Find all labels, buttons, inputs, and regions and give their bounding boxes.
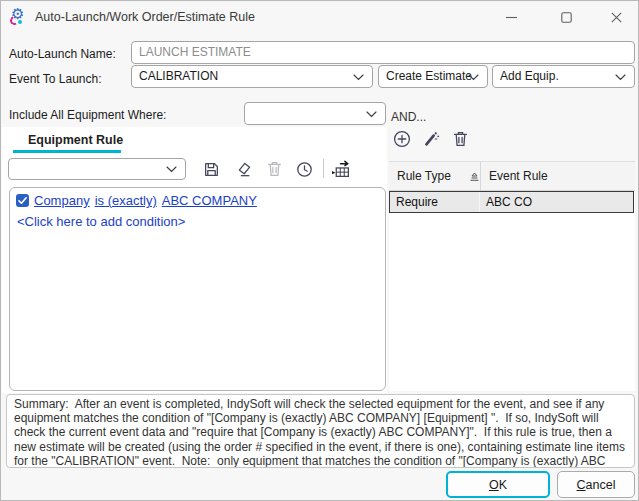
chevron-down-icon: [166, 166, 177, 173]
include-where-label: Include All Equipment Where:: [9, 108, 166, 122]
delete-event-rule-button[interactable]: [449, 128, 471, 150]
clear-rule-button[interactable]: [232, 158, 254, 180]
window-title: Auto-Launch/Work Order/Estimate Rule: [35, 10, 255, 24]
save-rule-button[interactable]: [200, 158, 222, 180]
maximize-button[interactable]: [548, 3, 584, 31]
titlebar: ⚙ Auto-Launch/Work Order/Estimate Rule: [1, 1, 638, 33]
column-header-rule-type[interactable]: Rule Type: [389, 162, 481, 190]
delete-icon: [453, 131, 468, 147]
send-to-grid-icon: [331, 160, 351, 178]
event-rules-grid: Rule Type Event Rule Require ABC CO: [389, 161, 635, 391]
event-to-launch-label: Event To Launch:: [9, 72, 102, 86]
app-gear-icon: ⚙: [10, 7, 28, 25]
ok-button[interactable]: OK: [446, 471, 550, 498]
minimize-icon: [506, 12, 517, 23]
edit-wand-icon: [422, 130, 440, 148]
chevron-down-icon: [366, 111, 377, 118]
close-button[interactable]: [598, 3, 634, 31]
maximize-icon: [561, 12, 572, 23]
checkbox-checked-icon: [17, 195, 28, 206]
add-event-rule-button[interactable]: [391, 128, 413, 150]
chevron-down-icon: [468, 74, 479, 81]
condition-field-link[interactable]: Company: [34, 193, 90, 208]
delete-icon: [267, 161, 282, 177]
rule-history-button[interactable]: [293, 158, 315, 180]
auto-launch-name-input[interactable]: LAUNCH ESTIMATE: [131, 41, 635, 64]
condition-value-link[interactable]: ABC COMPANY: [162, 193, 257, 208]
include-where-select[interactable]: [244, 102, 386, 125]
delete-rule-button[interactable]: [263, 158, 285, 180]
toolbar-separator: [323, 159, 324, 178]
chevron-down-icon: [353, 74, 364, 81]
equipment-action-select[interactable]: Add Equip.: [492, 65, 635, 88]
cancel-button[interactable]: Cancel: [557, 471, 635, 498]
add-condition-link[interactable]: <Click here to add condition>: [17, 214, 379, 229]
summary-text: Summary: After an event is completed, In…: [6, 394, 635, 468]
close-icon: [611, 12, 622, 23]
and-label: AND...: [391, 110, 426, 124]
save-icon: [203, 161, 220, 178]
rule-toolbar: [1, 156, 387, 182]
event-rule-row[interactable]: Require ABC CO: [389, 191, 634, 213]
history-clock-icon: [296, 161, 313, 178]
chevron-down-icon: [615, 74, 626, 81]
add-circle-icon: [393, 130, 411, 148]
condition-operator-link[interactable]: is (exactly): [95, 193, 157, 208]
rule-type-cell: Require: [390, 192, 480, 212]
event-rule-cell: ABC CO: [480, 192, 633, 212]
send-to-grid-button[interactable]: [330, 158, 352, 180]
launch-action-select[interactable]: Create Estimate: [378, 65, 488, 88]
tab-active-underline: [13, 150, 121, 153]
condition-row: Company is (exactly) ABC COMPANY: [16, 193, 379, 208]
edit-event-rule-button[interactable]: [420, 128, 442, 150]
sort-ascending-icon: [469, 171, 480, 182]
auto-launch-name-label: Auto-Launch Name:: [9, 47, 116, 61]
condition-checkbox[interactable]: [16, 194, 29, 207]
event-to-launch-select[interactable]: CALIBRATION: [131, 65, 373, 88]
saved-rules-select[interactable]: [8, 158, 186, 180]
eraser-icon: [234, 160, 252, 178]
condition-editor: Company is (exactly) ABC COMPANY <Click …: [9, 187, 386, 391]
grid-header: Rule Type Event Rule: [389, 161, 635, 191]
column-header-event-rule[interactable]: Event Rule: [481, 162, 635, 190]
auto-launch-rule-dialog: ⚙ Auto-Launch/Work Order/Estimate Rule A…: [0, 0, 639, 501]
minimize-button[interactable]: [493, 3, 529, 31]
